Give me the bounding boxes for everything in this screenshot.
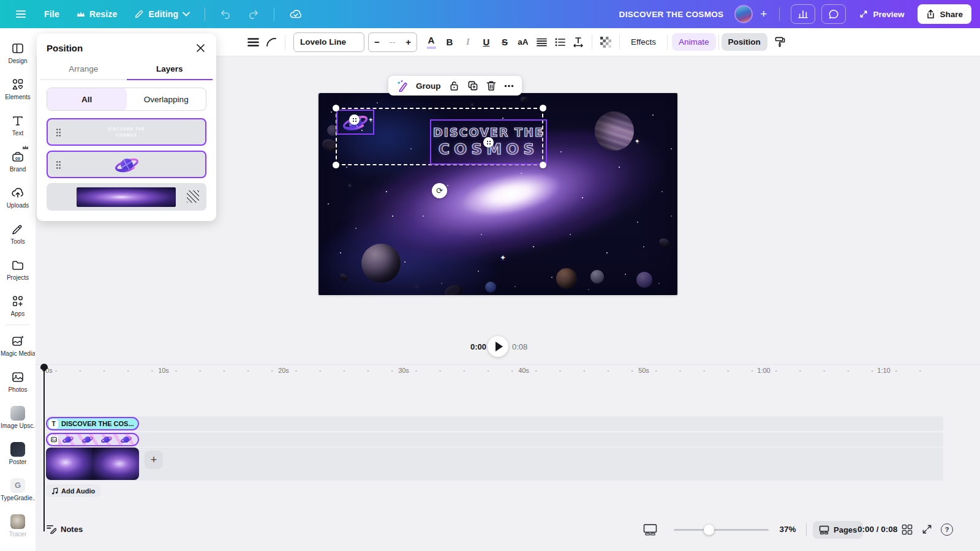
drag-handle-icon[interactable] xyxy=(56,160,61,169)
text-case-button[interactable]: aA xyxy=(514,32,532,52)
grid-view-button[interactable] xyxy=(902,524,913,535)
selection-handle-bottom-right[interactable] xyxy=(540,162,546,168)
image-upscaler-app-icon xyxy=(10,406,25,421)
playback-current-time: 0:00 xyxy=(456,342,486,351)
fullscreen-button[interactable] xyxy=(922,524,932,534)
play-button[interactable] xyxy=(488,336,508,357)
layer-item-graphic[interactable] xyxy=(47,151,206,178)
duplicate-icon[interactable] xyxy=(467,80,478,91)
font-size-decrease[interactable]: − xyxy=(374,37,380,47)
underline-button[interactable]: U xyxy=(477,32,496,52)
letter-spacing-button[interactable] xyxy=(569,32,587,52)
sidebar-item-typegradient[interactable]: G TypeGradie... xyxy=(0,471,36,508)
delete-icon[interactable] xyxy=(486,80,496,91)
file-menu-button[interactable]: File xyxy=(37,4,67,24)
checkerboard-icon xyxy=(600,37,611,48)
zoom-slider[interactable] xyxy=(674,529,769,531)
list-button[interactable] xyxy=(551,32,569,52)
notes-icon xyxy=(46,524,56,534)
timeline-video-clip[interactable] xyxy=(46,448,139,480)
font-family-select[interactable]: Lovelo Line xyxy=(293,32,364,52)
preview-button[interactable]: Preview xyxy=(852,4,911,24)
selection-handle-top-left[interactable] xyxy=(333,105,339,111)
timeline-text-clip[interactable]: T DISCOVER THE COS... xyxy=(46,417,139,430)
italic-button[interactable]: I xyxy=(459,32,477,52)
bold-button[interactable]: B xyxy=(440,32,459,52)
rotate-handle[interactable]: ⟳ xyxy=(432,183,447,198)
toolbar-divider xyxy=(667,35,668,50)
editing-mode-button[interactable]: Editing xyxy=(127,4,197,24)
group-button[interactable]: Group xyxy=(416,81,441,91)
sidebar-item-photos[interactable]: Photos xyxy=(0,363,36,399)
effects-button[interactable]: Effects xyxy=(624,33,663,51)
alignment-button[interactable] xyxy=(532,32,551,52)
ruler-label: 20s xyxy=(276,367,291,374)
magic-edit-icon[interactable] xyxy=(396,80,408,92)
avatar[interactable] xyxy=(734,5,753,23)
timeline-view-button[interactable] xyxy=(643,523,657,536)
sidebar-item-uploads[interactable]: Uploads xyxy=(0,179,36,215)
sidebar-item-tools[interactable]: Tools xyxy=(0,215,36,251)
drag-handle-icon[interactable] xyxy=(56,128,61,137)
layer-item-video-background[interactable] xyxy=(47,183,206,211)
selection-handle-bottom-left[interactable] xyxy=(333,162,339,168)
strikethrough-button[interactable]: S xyxy=(496,32,514,52)
filter-overlapping[interactable]: Overlapping xyxy=(127,88,206,110)
text-color-button[interactable]: A xyxy=(422,32,440,52)
lock-icon[interactable] xyxy=(449,80,459,91)
timeline-ruler-ticks[interactable] xyxy=(44,370,938,372)
share-label: Share xyxy=(940,10,963,19)
add-member-button[interactable]: + xyxy=(760,7,767,21)
timeline-graphic-clip[interactable] xyxy=(46,433,139,446)
zoom-slider-knob[interactable] xyxy=(704,525,714,535)
sidebar-item-elements[interactable]: Elements xyxy=(0,70,36,107)
ruler-label: 50s xyxy=(636,367,651,374)
sidebar-item-brand[interactable]: co Brand xyxy=(0,143,36,179)
redo-button[interactable] xyxy=(241,4,266,24)
help-button[interactable]: ? xyxy=(941,523,953,536)
element-move-handle[interactable] xyxy=(483,137,494,148)
expand-arrows-icon xyxy=(859,10,868,18)
more-options-icon[interactable] xyxy=(504,84,514,88)
pages-view-button[interactable]: Pages xyxy=(813,521,863,539)
playhead-line[interactable] xyxy=(43,367,45,531)
share-button[interactable]: Share xyxy=(918,4,971,24)
font-size-increase[interactable]: + xyxy=(405,37,411,47)
sidebar-item-magic-media[interactable]: Magic Media xyxy=(0,327,36,363)
close-icon[interactable] xyxy=(195,42,206,54)
curve-text-button[interactable] xyxy=(262,32,281,52)
ruler-label: 10s xyxy=(156,367,171,374)
layer-item-text[interactable]: DISCOVER THE COSMOS xyxy=(47,118,206,146)
selection-handle-top-right[interactable] xyxy=(540,105,546,111)
sidebar-item-image-upscaler[interactable]: Image Upsc... xyxy=(0,399,36,435)
add-audio-button[interactable]: Add Audio xyxy=(46,484,100,497)
animate-button[interactable]: Animate xyxy=(672,33,716,51)
resize-button[interactable]: Resize xyxy=(69,4,125,24)
position-button[interactable]: Position xyxy=(722,33,767,51)
add-page-button[interactable]: + xyxy=(145,451,163,469)
main-menu-button[interactable] xyxy=(7,3,34,25)
element-move-handle[interactable] xyxy=(349,114,360,125)
sidebar-item-poster[interactable]: Poster xyxy=(0,435,36,471)
insights-button[interactable] xyxy=(791,4,815,24)
sidebar-item-projects[interactable]: Projects xyxy=(0,251,36,287)
sidebar-item-tracer[interactable]: Tracer xyxy=(0,508,36,544)
design-icon xyxy=(10,41,25,56)
comments-button[interactable] xyxy=(821,4,846,24)
sidebar-item-design[interactable]: Design xyxy=(0,34,36,70)
video-frame-thumbnail xyxy=(46,448,92,480)
filter-all[interactable]: All xyxy=(47,88,127,110)
undo-button[interactable] xyxy=(213,4,238,24)
document-title[interactable]: DISCOVER THE COSMOS xyxy=(619,10,724,19)
tab-arrange[interactable]: Arrange xyxy=(40,59,127,80)
sidebar-item-text[interactable]: Text xyxy=(0,107,36,143)
transparency-button[interactable] xyxy=(597,32,615,52)
notes-button[interactable]: Notes xyxy=(46,524,83,534)
copy-style-button[interactable] xyxy=(771,32,790,52)
cloud-save-status[interactable] xyxy=(282,4,310,24)
crown-icon xyxy=(77,10,85,18)
tab-layers[interactable]: Layers xyxy=(127,59,213,80)
font-size-value[interactable]: -- xyxy=(390,37,396,47)
spacing-button[interactable] xyxy=(244,32,262,52)
sidebar-item-apps[interactable]: Apps xyxy=(0,287,36,323)
